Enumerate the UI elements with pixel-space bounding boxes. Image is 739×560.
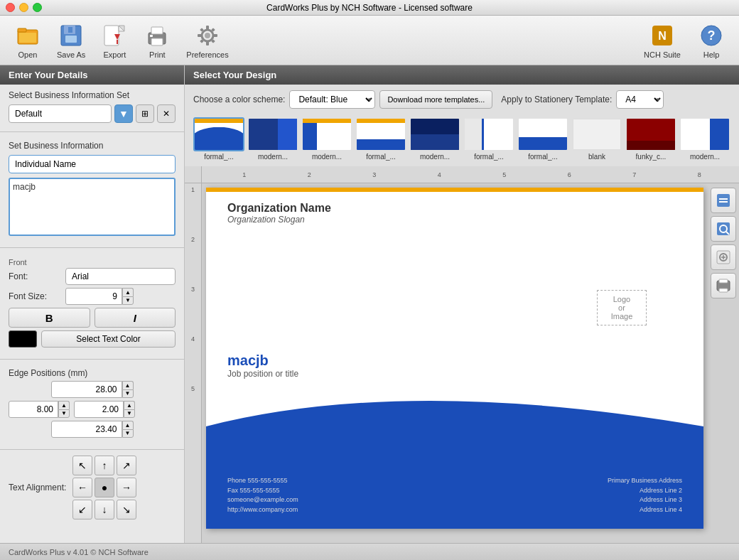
template-10-img (679, 117, 730, 151)
svg-rect-18 (206, 26, 209, 30)
logo-line3: Image (611, 312, 633, 321)
stationery-dropdown[interactable]: A4 (616, 90, 664, 109)
biz-info-copy-btn[interactable]: ⊞ (136, 104, 154, 123)
biz-info-dropdown-wrapper: Default (9, 104, 112, 123)
template-4[interactable]: formal_... (355, 117, 406, 161)
align-mc-btn[interactable]: ● (95, 478, 114, 497)
edge-top-down[interactable]: ▼ (122, 389, 134, 398)
biz-info-del-btn[interactable]: ✕ (157, 104, 176, 123)
align-ml-btn[interactable]: ← (72, 478, 92, 497)
align-tl-btn[interactable]: ↖ (72, 456, 92, 475)
card-email: someone@example.com (227, 495, 298, 505)
biz-info-label: Select Business Information Set (9, 90, 176, 100)
divider-4 (0, 449, 184, 450)
template-9-name: funky_c... (636, 153, 667, 161)
maximize-button[interactable] (33, 3, 42, 12)
print-button[interactable]: Print (136, 19, 178, 62)
template-10[interactable]: modern... (679, 117, 730, 161)
template-strip: formal_... modern... (185, 114, 739, 166)
edge-top-stepper: ▲ ▼ (122, 381, 134, 398)
download-templates-btn[interactable]: Download more templates... (379, 90, 492, 109)
font-label: Font: (9, 271, 65, 281)
fontsize-down[interactable]: ▼ (122, 296, 134, 305)
template-4-name: formal_... (366, 153, 396, 161)
biz-info-chevron[interactable]: ▼ (114, 104, 133, 123)
side-icon-1[interactable] (711, 188, 736, 213)
close-button[interactable] (6, 3, 15, 12)
nchsuite-button[interactable]: N NCH Suite (637, 19, 688, 62)
align-br-btn[interactable]: ↘ (117, 500, 136, 519)
italic-button[interactable]: I (95, 308, 176, 328)
help-label: Help (703, 50, 720, 59)
align-bc-btn[interactable]: ↓ (95, 500, 114, 519)
edge-top-up[interactable]: ▲ (122, 381, 134, 389)
align-tr-btn[interactable]: ↗ (117, 456, 136, 475)
edge-section: Edge Positions (mm) ▲ ▼ ▲ ▼ (0, 362, 184, 446)
select-color-button[interactable]: Select Text Color (41, 330, 176, 348)
template-7-name: formal_... (528, 153, 558, 161)
edge-top-input[interactable] (51, 381, 122, 398)
saveas-button[interactable]: Save As (50, 19, 92, 62)
preferences-label: Preferences (186, 50, 228, 59)
svg-rect-13 (151, 27, 163, 34)
template-3[interactable]: modern... (301, 117, 352, 161)
font-control: Arial (65, 268, 176, 285)
template-9[interactable]: funky_c... (625, 117, 676, 161)
edge-left-down[interactable]: ▼ (58, 409, 70, 418)
individual-name-dropdown[interactable]: Individual Name (9, 155, 176, 173)
template-5[interactable]: modern... (409, 117, 460, 161)
export-button[interactable]: Export (94, 19, 135, 62)
align-bl-btn[interactable]: ↙ (72, 500, 92, 519)
edge-bottom-stepper: ▲ ▼ (122, 421, 134, 438)
template-2[interactable]: modern... (247, 117, 298, 161)
biz-info-dropdown[interactable]: Default (9, 104, 112, 123)
help-button[interactable]: ? Help (691, 19, 732, 62)
template-8[interactable]: blank (571, 117, 622, 161)
font-section: Front Font: Arial Font Size: 9 ▲ (0, 251, 184, 356)
color-scheme-dropdown[interactable]: Default: Blue (289, 90, 375, 109)
svg-rect-6 (68, 27, 72, 33)
biz-info-section: Select Business Information Set Default … (0, 85, 184, 129)
svg-rect-39 (719, 279, 728, 283)
edge-bottom-down[interactable]: ▼ (122, 429, 134, 438)
right-panel: Select Your Design Choose a color scheme… (185, 65, 739, 543)
card-container[interactable]: Organization Name Organization Slogan Lo… (206, 188, 703, 529)
svg-rect-32 (719, 201, 728, 203)
edge-top-wrap: ▲ ▼ (51, 381, 134, 398)
edge-right-up[interactable]: ▲ (124, 401, 135, 409)
edge-left-input[interactable] (9, 401, 58, 418)
color-swatch[interactable] (9, 330, 37, 348)
edge-left-up[interactable]: ▲ (58, 401, 70, 409)
fontsize-up[interactable]: ▲ (122, 288, 134, 296)
card-web: http://www.company.com (227, 505, 298, 515)
edge-bottom-input[interactable] (51, 421, 122, 438)
name-input[interactable]: macjb (13, 182, 171, 232)
card-job: Job position or title (227, 369, 298, 379)
card-addr4: Address Line 4 (608, 505, 682, 515)
left-panel-header: Enter Your Details (0, 65, 184, 85)
open-button[interactable]: Open (7, 19, 48, 62)
bold-button[interactable]: B (9, 308, 90, 328)
align-tc-btn[interactable]: ↑ (95, 456, 114, 475)
template-7[interactable]: formal_... (517, 117, 568, 161)
svg-rect-15 (150, 35, 153, 37)
side-icon-2[interactable] (711, 216, 736, 242)
font-dropdown[interactable]: Arial (65, 268, 176, 285)
fontsize-input[interactable]: 9 (65, 288, 122, 305)
stationery-label: Apply to Stationery Template: (501, 95, 612, 104)
edge-bottom-up[interactable]: ▲ (122, 421, 134, 429)
template-4-img (355, 117, 406, 151)
preferences-button[interactable]: Preferences (179, 19, 235, 62)
align-mr-btn[interactable]: → (117, 478, 136, 497)
template-6[interactable]: formal_... (463, 117, 514, 161)
side-icon-4[interactable] (711, 273, 736, 298)
template-1[interactable]: formal_... (193, 117, 244, 161)
export-icon (101, 22, 128, 49)
toolbar-right: N NCH Suite ? Help (637, 19, 732, 62)
print-icon (144, 22, 171, 49)
card-gold-bar (206, 188, 703, 192)
side-icon-3[interactable] (711, 244, 736, 270)
edge-right-down[interactable]: ▼ (124, 409, 135, 418)
minimize-button[interactable] (19, 3, 28, 12)
edge-right-input[interactable] (74, 401, 124, 418)
